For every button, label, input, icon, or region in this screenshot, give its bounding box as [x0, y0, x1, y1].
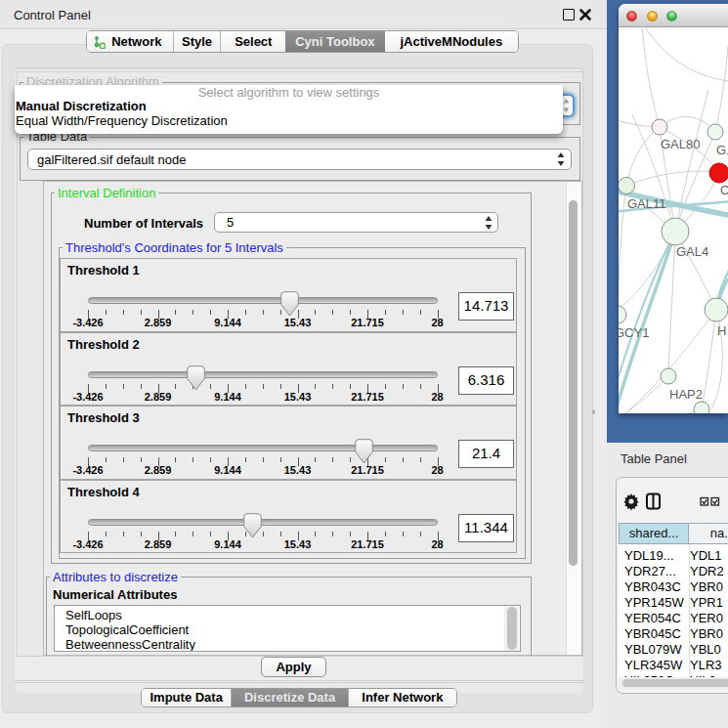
svg-text:GAL80: GAL80	[661, 137, 700, 151]
svg-text:GCY1: GCY1	[619, 325, 649, 340]
svg-text:H: H	[717, 323, 726, 338]
svg-text:GAL4: GAL4	[676, 244, 708, 259]
svg-text:GAL11: GAL11	[627, 196, 666, 211]
svg-text:C: C	[720, 183, 728, 197]
svg-text:G.: G.	[716, 143, 728, 157]
svg-text:HAP2: HAP2	[669, 387, 703, 402]
